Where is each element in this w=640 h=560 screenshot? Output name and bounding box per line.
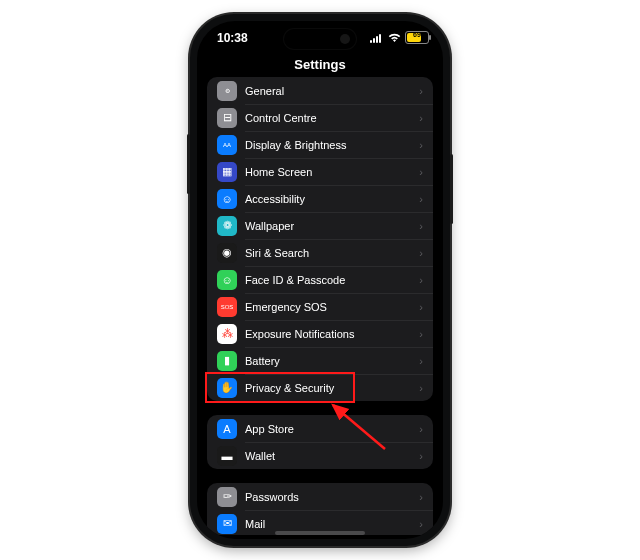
status-time: 10:38	[217, 31, 248, 45]
grid-icon: ▦	[217, 162, 237, 182]
settings-row-general[interactable]: ⚙︎General›	[207, 77, 433, 104]
battery-level: 69	[406, 31, 428, 38]
status-indicators: 69	[370, 31, 429, 44]
settings-row-display-brightness[interactable]: AADisplay & Brightness›	[207, 131, 433, 158]
row-label: General	[245, 85, 413, 97]
chevron-right-icon: ›	[419, 518, 423, 530]
cellular-icon	[370, 33, 384, 43]
row-label: Siri & Search	[245, 247, 413, 259]
chevron-right-icon: ›	[419, 423, 423, 435]
settings-group: AApp Store›▬Wallet›	[207, 415, 433, 469]
siri-icon: ◉	[217, 243, 237, 263]
settings-group: ⚙︎General›⊟Control Centre›AADisplay & Br…	[207, 77, 433, 401]
sos-icon: SOS	[217, 297, 237, 317]
home-indicator	[275, 531, 365, 535]
canvas: 10:38 69 Settings ⚙︎General›⊟Control Cen…	[0, 0, 640, 560]
faceid-icon: ☺	[217, 270, 237, 290]
settings-row-passwords[interactable]: ✑Passwords›	[207, 483, 433, 510]
chevron-right-icon: ›	[419, 112, 423, 124]
chevron-right-icon: ›	[419, 274, 423, 286]
row-label: Passwords	[245, 491, 413, 503]
settings-row-wallpaper[interactable]: ❁Wallpaper›	[207, 212, 433, 239]
settings-row-home-screen[interactable]: ▦Home Screen›	[207, 158, 433, 185]
row-label: Control Centre	[245, 112, 413, 124]
chevron-right-icon: ›	[419, 85, 423, 97]
chevron-right-icon: ›	[419, 139, 423, 151]
wifi-icon	[388, 33, 401, 43]
chevron-right-icon: ›	[419, 247, 423, 259]
chevron-right-icon: ›	[419, 193, 423, 205]
settings-row-exposure-notif[interactable]: ⁂Exposure Notifications›	[207, 320, 433, 347]
person-icon: ☺	[217, 189, 237, 209]
chevron-right-icon: ›	[419, 301, 423, 313]
battery-icon: 69	[405, 31, 429, 44]
settings-list[interactable]: ⚙︎General›⊟Control Centre›AADisplay & Br…	[197, 77, 443, 535]
row-label: Emergency SOS	[245, 301, 413, 313]
battery-icon: ▮	[217, 351, 237, 371]
iphone-frame: 10:38 69 Settings ⚙︎General›⊟Control Cen…	[190, 14, 450, 546]
exposure-icon: ⁂	[217, 324, 237, 344]
chevron-right-icon: ›	[419, 382, 423, 394]
row-label: Wallpaper	[245, 220, 413, 232]
row-label: Face ID & Passcode	[245, 274, 413, 286]
chevron-right-icon: ›	[419, 491, 423, 503]
settings-row-siri-search[interactable]: ◉Siri & Search›	[207, 239, 433, 266]
settings-group: ✑Passwords›✉Mail›	[207, 483, 433, 535]
hand-icon: ✋	[217, 378, 237, 398]
chevron-right-icon: ›	[419, 328, 423, 340]
chevron-right-icon: ›	[419, 220, 423, 232]
row-label: Privacy & Security	[245, 382, 413, 394]
dynamic-island	[284, 29, 356, 49]
settings-row-face-id-passcode[interactable]: ☺Face ID & Passcode›	[207, 266, 433, 293]
row-label: Home Screen	[245, 166, 413, 178]
settings-row-app-store[interactable]: AApp Store›	[207, 415, 433, 442]
settings-row-emergency-sos[interactable]: SOSEmergency SOS›	[207, 293, 433, 320]
mail-icon: ✉	[217, 514, 237, 534]
status-bar: 10:38 69	[197, 21, 443, 55]
row-label: Display & Brightness	[245, 139, 413, 151]
settings-row-battery[interactable]: ▮Battery›	[207, 347, 433, 374]
chevron-right-icon: ›	[419, 166, 423, 178]
chevron-right-icon: ›	[419, 450, 423, 462]
aa-icon: AA	[217, 135, 237, 155]
row-label: Mail	[245, 518, 413, 530]
gear-icon: ⚙︎	[217, 81, 237, 101]
settings-row-wallet[interactable]: ▬Wallet›	[207, 442, 433, 469]
row-label: Wallet	[245, 450, 413, 462]
wallet-icon: ▬	[217, 446, 237, 466]
sliders-icon: ⊟	[217, 108, 237, 128]
row-label: Accessibility	[245, 193, 413, 205]
appstore-icon: A	[217, 419, 237, 439]
settings-row-privacy-security[interactable]: ✋Privacy & Security›	[207, 374, 433, 401]
chevron-right-icon: ›	[419, 355, 423, 367]
row-label: App Store	[245, 423, 413, 435]
settings-row-accessibility[interactable]: ☺Accessibility›	[207, 185, 433, 212]
key-icon: ✑	[217, 487, 237, 507]
flower-icon: ❁	[217, 216, 237, 236]
row-label: Exposure Notifications	[245, 328, 413, 340]
screen: 10:38 69 Settings ⚙︎General›⊟Control Cen…	[197, 21, 443, 539]
settings-row-control-centre[interactable]: ⊟Control Centre›	[207, 104, 433, 131]
row-label: Battery	[245, 355, 413, 367]
